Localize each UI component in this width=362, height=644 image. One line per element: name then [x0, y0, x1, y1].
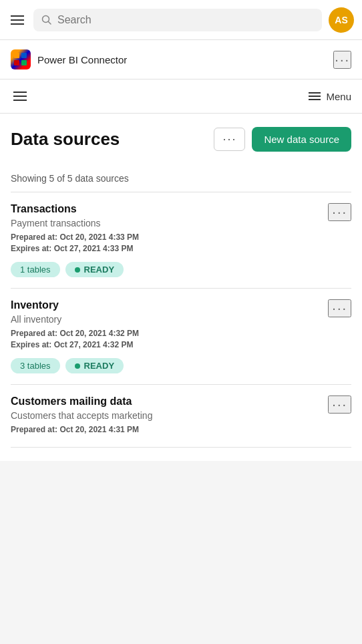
item-more-button[interactable]: ··· [328, 395, 351, 414]
tables-tag: 1 tables [11, 262, 60, 277]
item-description: Payment transactions [11, 218, 328, 228]
item-prepared: Prepared at: Oct 20, 2021 4:32 PM [11, 329, 328, 338]
item-info: Transactions Payment transactions Prepar… [11, 203, 328, 255]
item-name: Customers mailing data [11, 395, 328, 408]
list-item: Transactions Payment transactions Prepar… [11, 192, 351, 289]
page-header: Data sources ··· New data source [11, 127, 351, 152]
svg-rect-5 [21, 60, 27, 65]
menu-icon [309, 92, 321, 101]
svg-line-1 [49, 21, 51, 24]
item-header: Transactions Payment transactions Prepar… [11, 203, 351, 255]
new-data-source-button[interactable]: New data source [252, 127, 351, 152]
app-more-button[interactable]: ··· [333, 51, 351, 69]
item-tags: 1 tables READY [11, 262, 351, 277]
item-info: Customers mailing data Customers that ac… [11, 395, 328, 436]
app-bar-left: Power BI Connector [11, 49, 127, 69]
showing-count: Showing 5 of 5 data sources [11, 165, 351, 192]
svg-rect-3 [21, 53, 27, 58]
search-container[interactable] [33, 9, 322, 31]
menu-label: Menu [326, 91, 351, 102]
item-description: Customers that accepts marketing [11, 410, 328, 421]
item-more-button[interactable]: ··· [328, 203, 351, 221]
hamburger-button[interactable] [8, 13, 27, 27]
item-expires: Expires at: Oct 27, 2021 4:32 PM [11, 340, 328, 349]
status-badge: READY [65, 262, 124, 277]
page-content: Data sources ··· New data source Showing… [0, 114, 362, 461]
item-prepared: Prepared at: Oct 20, 2021 4:31 PM [11, 425, 328, 434]
svg-rect-4 [14, 60, 19, 65]
page-title: Data sources [11, 129, 120, 150]
search-icon [41, 15, 52, 25]
search-input[interactable] [57, 14, 314, 26]
item-more-button[interactable]: ··· [328, 299, 351, 317]
status-label: READY [84, 265, 115, 275]
status-badge: READY [65, 358, 124, 373]
item-prepared: Prepared at: Oct 20, 2021 4:33 PM [11, 232, 328, 242]
list-item: Inventory All inventory Prepared at: Oct… [11, 289, 351, 385]
item-expires: Expires at: Oct 27, 2021 4:33 PM [11, 244, 328, 253]
secondary-hamburger-button[interactable] [11, 89, 29, 104]
menu-button[interactable]: Menu [309, 91, 351, 102]
svg-rect-2 [14, 53, 19, 58]
item-description: All inventory [11, 314, 328, 325]
page-more-button[interactable]: ··· [214, 128, 245, 151]
header-actions: ··· New data source [214, 127, 351, 152]
item-name: Transactions [11, 203, 328, 215]
item-info: Inventory All inventory Prepared at: Oct… [11, 299, 328, 351]
status-dot [75, 267, 80, 273]
app-bar: Power BI Connector ··· [0, 40, 362, 79]
secondary-nav: Menu [0, 79, 362, 114]
app-title: Power BI Connector [37, 54, 127, 65]
item-header: Inventory All inventory Prepared at: Oct… [11, 299, 351, 351]
app-icon [11, 49, 31, 69]
status-label: READY [84, 361, 115, 371]
list-item: Customers mailing data Customers that ac… [11, 385, 351, 448]
avatar[interactable]: AS [329, 7, 354, 33]
status-dot [75, 363, 80, 369]
item-header: Customers mailing data Customers that ac… [11, 395, 351, 436]
item-name: Inventory [11, 299, 328, 311]
item-tags: 3 tables READY [11, 358, 351, 373]
top-bar: AS [0, 0, 362, 40]
tables-tag: 3 tables [11, 358, 60, 373]
